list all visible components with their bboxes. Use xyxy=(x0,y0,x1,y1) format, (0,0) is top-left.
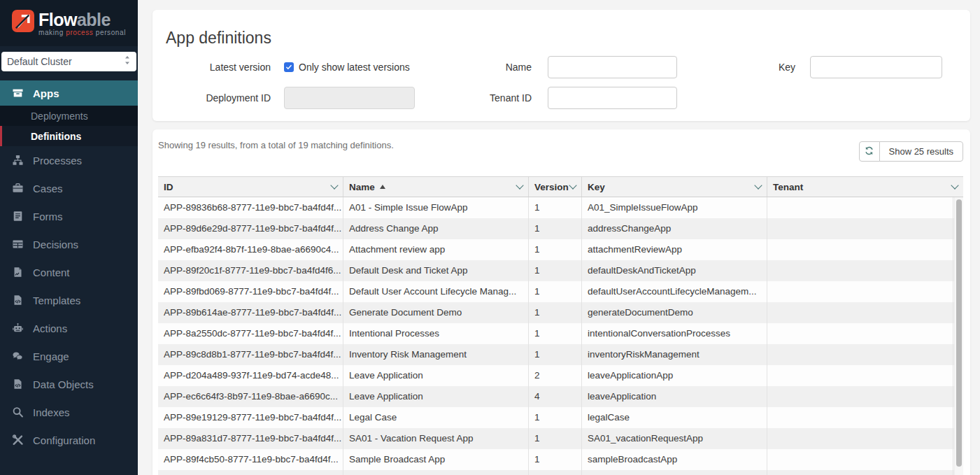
cell-version: 1 xyxy=(529,239,582,260)
sidebar-item-apps[interactable]: Apps xyxy=(0,80,138,106)
sidebar-item-label: Decisions xyxy=(33,239,78,250)
cell-key: defaultUserAccountLifecycleManagem... xyxy=(582,281,767,302)
sidebar-item-indexes[interactable]: Indexes xyxy=(0,398,138,426)
cell-tenant xyxy=(767,470,953,475)
scrollbar-thumb[interactable] xyxy=(956,199,962,467)
cell-id: APP-89b614ae-8777-11e9-bbc7-ba4fd4f... xyxy=(158,302,343,323)
cell-id: APP-efba92f4-8b7f-11e9-8bae-a6690c4... xyxy=(158,239,343,260)
cell-key xyxy=(582,470,767,475)
show-results-button[interactable]: Show 25 results xyxy=(879,141,964,162)
chevron-down-icon[interactable] xyxy=(951,181,958,189)
name-label: Name xyxy=(413,56,532,78)
column-header-name[interactable]: Name xyxy=(343,177,529,197)
cell-name: Inventory Risk Management xyxy=(343,344,529,365)
cell-tenant xyxy=(767,281,953,302)
sidebar-item-decisions[interactable]: Decisions xyxy=(0,230,138,258)
cell-key: leaveApplication xyxy=(582,386,767,407)
cell-version: 1 xyxy=(529,344,582,365)
apps-icon xyxy=(11,87,24,99)
sidebar-item-templates[interactable]: Templates xyxy=(0,286,138,314)
processes-icon xyxy=(11,155,24,166)
cell-version: 1 xyxy=(529,449,582,470)
table-row[interactable]: APP-89e19129-8777-11e9-bbc7-ba4fd4f...Le… xyxy=(158,407,963,428)
chevron-down-icon[interactable] xyxy=(516,181,523,189)
cell-key: leaveApplicationApp xyxy=(582,365,767,386)
cell-id: APP-89f20c1f-8777-11e9-bbc7-ba4fd4f6... xyxy=(158,260,343,281)
data-objects-icon xyxy=(11,378,24,390)
cell-tenant xyxy=(767,239,953,260)
latest-versions-checkbox[interactable]: Only show latest versions xyxy=(284,56,410,78)
cell-id: APP-d204a489-937f-11e9-bd74-acde48... xyxy=(158,365,343,386)
logo-wordmark: Flowable xyxy=(38,10,126,29)
tenant-id-input[interactable] xyxy=(548,87,677,109)
table-row[interactable]: APP-89f4cb50-8777-11e9-bbc7-ba4fd4f...Sa… xyxy=(158,449,963,470)
deployment-id-input xyxy=(284,87,415,109)
actions-icon xyxy=(11,322,24,334)
table-row[interactable]: APP-89a831d7-8777-11e9-bbc7-ba4fd4f...SA… xyxy=(158,428,963,449)
chevron-down-icon[interactable] xyxy=(330,181,338,189)
refresh-button[interactable] xyxy=(859,141,880,162)
sidebar-item-data-objects[interactable]: Data Objects xyxy=(0,370,138,398)
chevron-down-icon[interactable] xyxy=(754,181,762,189)
cell-name: Leave Application xyxy=(343,386,529,407)
chevron-down-icon[interactable] xyxy=(569,181,576,189)
cases-icon xyxy=(11,183,24,194)
refresh-icon xyxy=(864,146,874,158)
cell-key: inventoryRiskManagement xyxy=(582,344,767,365)
cell-key: sampleBroadcastApp xyxy=(582,449,767,470)
cluster-select-value: Default Cluster xyxy=(7,56,72,67)
latest-version-label: Latest version xyxy=(152,56,271,78)
table-scrollbar xyxy=(954,197,963,475)
cell-key: SA01_vacationRequestApp xyxy=(582,428,767,449)
sidebar-item-actions[interactable]: Actions xyxy=(0,314,138,342)
cluster-select[interactable]: Default Cluster xyxy=(1,52,136,71)
sidebar-item-processes[interactable]: Processes xyxy=(0,146,138,174)
table-row[interactable]: APP-89b614ae-8777-11e9-bbc7-ba4fd4f...Ge… xyxy=(158,302,963,323)
table-row[interactable]: APP-efba92f4-8b7f-11e9-8bae-a6690c4...At… xyxy=(158,239,963,260)
cell-name: SA01 - Vacation Request App xyxy=(343,428,529,449)
sidebar-subitem-definitions[interactable]: Definitions xyxy=(0,126,138,146)
flowable-admin-app: Flowable making process personal Default… xyxy=(0,0,980,475)
table-row[interactable]: APP-ec6c64f3-8b97-11e9-8bae-a6690c...Lea… xyxy=(158,386,963,407)
key-input[interactable] xyxy=(810,56,942,78)
table-row[interactable]: APP-89836b68-8777-11e9-bbc7-ba4fd4f...A0… xyxy=(158,197,963,218)
table-row[interactable]: APP-89d6e29d-8777-11e9-bbc7-ba4fd4f...Ad… xyxy=(158,218,963,239)
table-row[interactable]: APP-89fbd069-8777-11e9-bbc7-ba4fd4f...De… xyxy=(158,281,963,302)
table-row[interactable]: APP-8a2550dc-8777-11e9-bbc7-ba4fd4f...In… xyxy=(158,323,963,344)
table-row[interactable]: APP-89c8d8b1-8777-11e9-bbc7-ba4fd4f...In… xyxy=(158,344,963,365)
cell-version: 1 xyxy=(529,323,582,344)
deployment-id-label: Deployment ID xyxy=(152,87,271,109)
cell-version: 1 xyxy=(529,197,582,218)
cell-version: 1 xyxy=(529,302,582,323)
column-header-version[interactable]: Version xyxy=(529,177,582,197)
cell-name: Attachment review app xyxy=(343,239,529,260)
sidebar-item-forms[interactable]: Forms xyxy=(0,202,138,230)
sidebar-item-content[interactable]: Content xyxy=(0,258,138,286)
cell-id xyxy=(158,470,343,475)
column-header-id[interactable]: ID xyxy=(158,177,343,197)
sidebar-item-label: Cases xyxy=(33,183,63,194)
cell-key: attachmentReviewApp xyxy=(582,239,767,260)
cell-key: intentionalConversationProcesses xyxy=(582,323,767,344)
indexes-icon xyxy=(11,406,24,418)
column-header-tenant[interactable]: Tenant xyxy=(767,177,963,197)
sidebar-item-configuration[interactable]: Configuration xyxy=(0,426,138,454)
sort-asc-icon xyxy=(380,185,385,189)
results-panel: Showing 19 results, from a total of 19 m… xyxy=(152,129,970,475)
templates-icon xyxy=(11,295,24,306)
cell-id: APP-89fbd069-8777-11e9-bbc7-ba4fd4f... xyxy=(158,281,343,302)
column-header-key[interactable]: Key xyxy=(582,177,767,197)
sidebar-item-engage[interactable]: Engage xyxy=(0,342,138,370)
cell-tenant xyxy=(767,260,953,281)
table-row[interactable]: APP-89f20c1f-8777-11e9-bbc7-ba4fd4f6...D… xyxy=(158,260,963,281)
sidebar-subitem-deployments[interactable]: Deployments xyxy=(0,106,138,126)
results-summary: Showing 19 results, from a total of 19 m… xyxy=(158,140,394,150)
forms-icon xyxy=(11,211,24,222)
cluster-spinner-icon xyxy=(124,55,131,68)
cell-key: defaultDeskAndTicketApp xyxy=(582,260,767,281)
table-row[interactable]: APP-d204a489-937f-11e9-bd74-acde48...Lea… xyxy=(158,365,963,386)
cell-tenant xyxy=(767,218,953,239)
sidebar-item-cases[interactable]: Cases xyxy=(0,174,138,202)
sidebar-item-label: Apps xyxy=(33,87,59,99)
name-input[interactable] xyxy=(548,56,677,78)
